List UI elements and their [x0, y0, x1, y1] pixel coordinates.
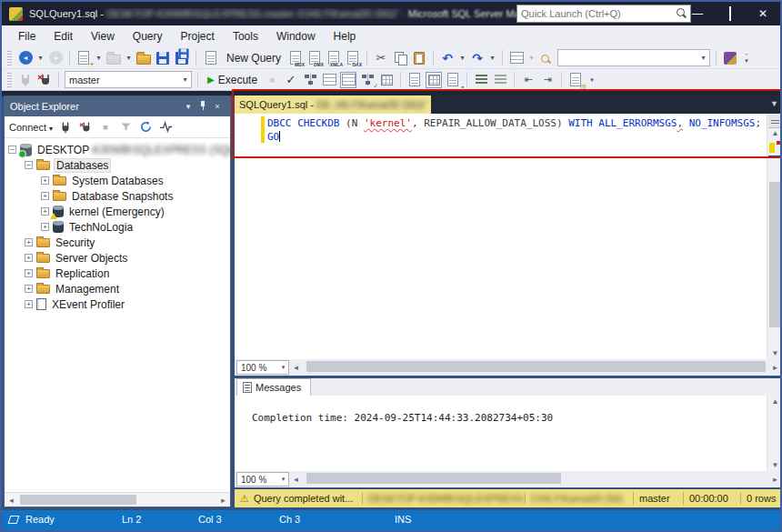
- activity-monitor-button[interactable]: [158, 120, 173, 135]
- cancel-query-button[interactable]: [264, 72, 280, 88]
- toolbar-grip[interactable]: [7, 73, 12, 87]
- expander-icon[interactable]: +: [25, 269, 33, 277]
- menu-tools[interactable]: Tools: [224, 25, 267, 47]
- window-position-dropdown[interactable]: ▾: [181, 102, 196, 111]
- intellisense-toggle-button[interactable]: [340, 72, 356, 88]
- menu-window[interactable]: Window: [267, 25, 325, 47]
- navigate-back-button[interactable]: [17, 50, 34, 66]
- filter-button[interactable]: [118, 120, 133, 135]
- scroll-track[interactable]: [305, 359, 768, 376]
- uncomment-selection-button[interactable]: [492, 72, 508, 88]
- menu-project[interactable]: Project: [172, 25, 224, 47]
- expander-icon[interactable]: +: [25, 238, 33, 246]
- copy-button[interactable]: [392, 50, 408, 66]
- menu-view[interactable]: View: [82, 25, 124, 47]
- scroll-track[interactable]: [305, 471, 768, 487]
- tab-pin-icon[interactable]: [430, 100, 431, 110]
- panel-close-button[interactable]: ×: [210, 102, 225, 111]
- navigate-forward-button[interactable]: [47, 50, 64, 66]
- results-to-text-button[interactable]: [406, 72, 423, 88]
- tree-item-server[interactable]: − DESKTOP-K30WB\SQLEXPRESS (SQL Serv: [5, 142, 230, 157]
- toolbar-grip[interactable]: [7, 51, 12, 65]
- pin-button[interactable]: [196, 100, 210, 113]
- open-file-dropdown[interactable]: [125, 50, 133, 66]
- scroll-down-icon[interactable]: ▼: [767, 349, 782, 357]
- activity-monitor-button[interactable]: [508, 50, 525, 66]
- disconnect-button[interactable]: [78, 120, 93, 135]
- toolbar-overflow-button[interactable]: ''▾: [741, 54, 752, 63]
- splitter-handle[interactable]: [768, 115, 782, 128]
- editor-zoom-combobox[interactable]: 100 %▾: [236, 360, 289, 375]
- scroll-left-icon[interactable]: ◂: [289, 475, 303, 484]
- scroll-thumb[interactable]: [20, 495, 136, 505]
- messages-zoom-combobox[interactable]: 100 %▾: [236, 472, 289, 487]
- cut-button[interactable]: [373, 50, 389, 66]
- tab-messages[interactable]: Messages: [236, 378, 311, 396]
- scroll-left-icon[interactable]: ◂: [5, 496, 18, 505]
- scroll-down-icon[interactable]: ▼: [767, 461, 782, 469]
- scroll-thumb[interactable]: [306, 361, 766, 372]
- sqlcmd-mode-button[interactable]: @: [567, 72, 584, 88]
- scroll-right-icon[interactable]: ▸: [768, 363, 782, 372]
- menu-query[interactable]: Query: [124, 25, 172, 47]
- menu-help[interactable]: Help: [325, 25, 366, 47]
- editor-vscrollbar[interactable]: ▲ ▼: [767, 114, 782, 359]
- tree-item-databases[interactable]: − Databases: [5, 157, 230, 173]
- back-dropdown[interactable]: [36, 50, 45, 66]
- open-file-button[interactable]: [105, 50, 122, 66]
- connect-button[interactable]: [17, 72, 34, 88]
- parse-button[interactable]: [283, 72, 299, 88]
- stop-button[interactable]: ■: [98, 120, 113, 135]
- query-options-button[interactable]: [321, 72, 337, 88]
- tree-item-management[interactable]: + Management: [5, 281, 230, 296]
- tree-item-technologia-database[interactable]: + TechNoLogia: [5, 219, 230, 235]
- scroll-thumb[interactable]: [769, 182, 781, 327]
- scroll-thumb[interactable]: [306, 473, 561, 484]
- new-project-dropdown[interactable]: [95, 50, 103, 66]
- results-to-grid-button[interactable]: [426, 72, 442, 88]
- expander-icon[interactable]: +: [25, 300, 33, 308]
- undo-button[interactable]: [439, 50, 456, 66]
- live-query-stats-button[interactable]: [378, 72, 395, 88]
- tree-item-server-objects[interactable]: + Server Objects: [5, 250, 230, 266]
- new-dmx-query-button[interactable]: DMX: [306, 50, 323, 66]
- paste-button[interactable]: [411, 50, 427, 66]
- maximize-button[interactable]: [724, 7, 737, 20]
- connect-dropdown-button[interactable]: Connect ▾: [9, 122, 53, 133]
- quick-launch-box[interactable]: [516, 5, 691, 23]
- find-button[interactable]: [538, 50, 555, 66]
- new-xmla-query-button[interactable]: XMLA: [326, 50, 342, 66]
- tree-item-system-databases[interactable]: + System Databases: [5, 173, 230, 188]
- expander-icon[interactable]: −: [25, 161, 33, 169]
- save-button[interactable]: [155, 50, 171, 66]
- expander-icon[interactable]: +: [25, 254, 33, 262]
- document-list-dropdown[interactable]: ▼: [770, 99, 778, 108]
- close-button[interactable]: ✕: [757, 7, 769, 20]
- new-project-button[interactable]: ✦: [75, 50, 92, 66]
- change-connection-button[interactable]: [36, 72, 53, 88]
- connect-object-button[interactable]: [58, 120, 73, 135]
- comment-selection-button[interactable]: [473, 72, 489, 88]
- minimize-button[interactable]: —: [691, 7, 704, 20]
- open-folder-button[interactable]: [135, 50, 152, 66]
- expander-icon[interactable]: +: [41, 176, 49, 185]
- tree-item-xevent-profiler[interactable]: + XEvent Profiler: [5, 296, 230, 312]
- quick-launch-input[interactable]: [517, 8, 675, 19]
- redo-dropdown[interactable]: [488, 50, 496, 66]
- chevron-down-icon[interactable]: ▾: [697, 54, 709, 62]
- scroll-left-icon[interactable]: ◂: [289, 363, 303, 372]
- tab-sqlquery1[interactable]: SQLQuery1.sql - DE..HILY\Kamal30 (56))" …: [235, 95, 431, 114]
- save-all-button[interactable]: [174, 50, 190, 66]
- chevron-down-icon[interactable]: ▾: [179, 75, 191, 84]
- execute-button[interactable]: Execute: [204, 72, 261, 88]
- new-mdx-query-button[interactable]: MDX: [287, 50, 304, 66]
- toolbar-dropdown[interactable]: [527, 50, 536, 66]
- messages-pane[interactable]: Completion time: 2024-09-25T14:44:33.208…: [235, 396, 782, 471]
- database-combobox[interactable]: master ▾: [65, 71, 192, 88]
- object-explorer-hscrollbar[interactable]: ◂ ▸: [5, 492, 230, 507]
- include-actual-plan-button[interactable]: ✓: [359, 72, 376, 88]
- tree-item-security[interactable]: + Security: [5, 235, 230, 250]
- refresh-button[interactable]: [138, 120, 153, 135]
- find-combobox[interactable]: ▾: [557, 49, 710, 66]
- menu-edit[interactable]: Edit: [45, 25, 82, 47]
